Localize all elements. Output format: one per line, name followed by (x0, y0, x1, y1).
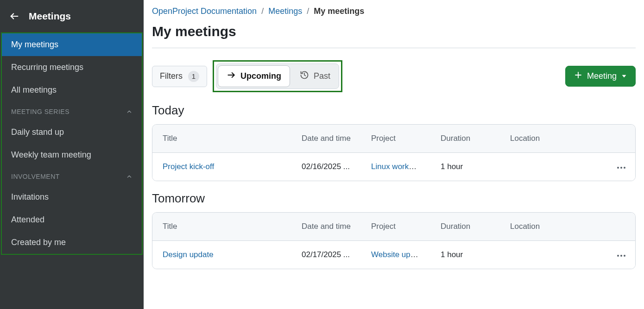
breadcrumb-link[interactable]: OpenProject Documentation (152, 6, 257, 16)
filters-button[interactable]: Filters 1 (152, 66, 207, 87)
filters-label: Filters (160, 71, 183, 81)
button-label: Meeting (587, 71, 617, 81)
sidebar-item-attended[interactable]: Attended (2, 208, 142, 231)
column-project[interactable]: Project (361, 213, 430, 240)
column-title[interactable]: Title (152, 125, 291, 152)
cell-location (500, 246, 607, 264)
project-link[interactable]: Website upd... (371, 250, 421, 259)
kebab-icon (617, 162, 626, 171)
sidebar-title: Meetings (29, 11, 71, 22)
sidebar-item-label: All meetings (11, 85, 57, 95)
tab-label: Past (314, 71, 330, 81)
sidebar-item-weekly-team-meeting[interactable]: Weekly team meeting (2, 144, 142, 166)
tab-past[interactable]: Past (291, 64, 339, 88)
sidebar-section-label: INVOLVEMENT (11, 173, 60, 180)
meetings-table: Title Date and time Project Duration Loc… (152, 124, 636, 181)
svg-point-8 (617, 255, 619, 257)
sidebar-section-label: MEETING SERIES (11, 108, 69, 115)
segmented-control: Upcoming Past (216, 63, 339, 89)
table-row: Project kick-off 02/16/2025 ... Linux wo… (152, 153, 635, 181)
sidebar-highlight-box: My meetings Recurring meetings All meeti… (1, 32, 143, 255)
sidebar-item-created-by-me[interactable]: Created by me (2, 231, 142, 254)
segmented-highlight-box: Upcoming Past (213, 60, 342, 92)
chevron-up-icon (126, 108, 133, 115)
history-icon (300, 70, 309, 82)
cell-duration: 1 hour (430, 241, 500, 269)
group-heading: Today (152, 103, 636, 118)
page-title: My meetings (152, 19, 636, 48)
table-header: Title Date and time Project Duration Loc… (152, 125, 635, 153)
kebab-icon (617, 250, 626, 259)
svg-point-9 (620, 255, 622, 257)
svg-point-6 (620, 167, 622, 169)
sidebar-header: Meetings (0, 0, 144, 32)
filters-count-badge: 1 (188, 71, 199, 82)
meeting-group: Tomorrow Title Date and time Project Dur… (152, 191, 636, 269)
breadcrumb-separator: / (307, 6, 309, 16)
column-location[interactable]: Location (500, 125, 607, 152)
sidebar-item-label: Recurring meetings (11, 63, 83, 72)
column-project[interactable]: Project (361, 125, 430, 152)
svg-marker-4 (622, 75, 626, 77)
cell-datetime: 02/16/2025 ... (291, 153, 361, 181)
column-location[interactable]: Location (500, 213, 607, 240)
cell-title: Project kick-off (152, 153, 291, 181)
plus-icon (574, 71, 582, 82)
row-actions-button[interactable] (607, 153, 635, 181)
column-datetime[interactable]: Date and time (291, 213, 361, 240)
column-title[interactable]: Title (152, 213, 291, 240)
group-heading: Tomorrow (152, 191, 636, 206)
cell-datetime: 02/17/2025 ... (291, 241, 361, 269)
caret-down-icon (621, 71, 627, 81)
breadcrumb: OpenProject Documentation / Meetings / M… (152, 0, 636, 19)
sidebar-item-all-meetings[interactable]: All meetings (2, 79, 142, 101)
table-row: Design update 02/17/2025 ... Website upd… (152, 241, 635, 269)
svg-point-10 (624, 255, 625, 257)
meeting-link[interactable]: Project kick-off (163, 162, 214, 171)
svg-point-5 (617, 167, 619, 169)
column-datetime[interactable]: Date and time (291, 125, 361, 152)
main-content: OpenProject Documentation / Meetings / M… (144, 0, 644, 309)
new-meeting-button[interactable]: Meeting (565, 66, 636, 87)
cell-project: Linux worksh... (361, 153, 430, 181)
cell-location (500, 158, 607, 176)
sidebar: Meetings My meetings Recurring meetings … (0, 0, 144, 309)
sidebar-section-involvement[interactable]: INVOLVEMENT (2, 166, 142, 186)
tab-label: Upcoming (240, 71, 281, 81)
sidebar-item-recurring-meetings[interactable]: Recurring meetings (2, 56, 142, 79)
meeting-link[interactable]: Design update (163, 250, 214, 259)
cell-title: Design update (152, 241, 291, 269)
toolbar: Filters 1 Upcoming Past (152, 48, 636, 93)
chevron-up-icon (126, 173, 133, 180)
sidebar-item-daily-stand-up[interactable]: Daily stand up (2, 121, 142, 144)
cell-duration: 1 hour (430, 153, 500, 181)
project-link[interactable]: Linux worksh... (371, 162, 423, 171)
table-header: Title Date and time Project Duration Loc… (152, 213, 635, 241)
back-arrow-icon[interactable] (9, 11, 19, 21)
sidebar-item-invitations[interactable]: Invitations (2, 186, 142, 208)
sidebar-item-my-meetings[interactable]: My meetings (2, 33, 142, 56)
sidebar-section-meeting-series[interactable]: MEETING SERIES (2, 101, 142, 121)
sidebar-item-label: My meetings (11, 40, 58, 50)
breadcrumb-separator: / (261, 6, 264, 16)
svg-point-7 (624, 167, 625, 169)
cell-project: Website upd... (361, 241, 430, 269)
breadcrumb-link[interactable]: Meetings (268, 6, 302, 16)
column-duration[interactable]: Duration (430, 125, 500, 152)
meetings-table: Title Date and time Project Duration Loc… (152, 212, 636, 269)
arrow-right-icon (227, 70, 236, 82)
meeting-group: Today Title Date and time Project Durati… (152, 103, 636, 181)
tab-upcoming[interactable]: Upcoming (218, 65, 290, 87)
breadcrumb-current: My meetings (314, 6, 364, 16)
row-actions-button[interactable] (607, 241, 635, 269)
column-duration[interactable]: Duration (430, 213, 500, 240)
